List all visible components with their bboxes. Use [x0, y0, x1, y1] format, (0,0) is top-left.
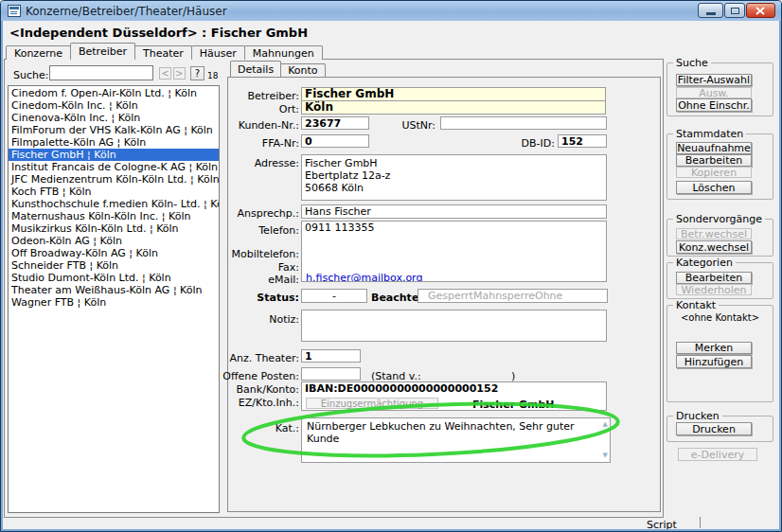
- kontakt-status-text: <ohne Kontakt>: [666, 312, 773, 323]
- ffanr-label: FFA-Nr:: [262, 137, 299, 150]
- dbid-label: DB-ID:: [522, 137, 555, 150]
- beachten-ohne-mwst[interactable]: Ohne MwSt.: [535, 290, 597, 302]
- list-item[interactable]: Maternushaus Köln-Köln Inc. ¦ Köln: [9, 210, 219, 222]
- beachten-field: Gesperrt Mahnsperre Ohne MwSt.: [418, 289, 608, 303]
- ansprechpartner-label: Ansprechp.:: [238, 207, 299, 220]
- ansprechpartner-field[interactable]: Hans Fischer: [301, 204, 607, 219]
- group-suche-title: Suche: [673, 57, 711, 69]
- footer-divider: [700, 517, 701, 528]
- list-item[interactable]: Cinenova-Köln Inc. ¦ Köln: [9, 112, 219, 124]
- maximize-button[interactable]: [724, 3, 745, 18]
- list-item[interactable]: Off Broadway-Köln AG ¦ Köln: [9, 247, 219, 259]
- offene-posten-field[interactable]: [301, 367, 361, 381]
- adresse-label: Adresse:: [255, 157, 299, 169]
- search-help-button[interactable]: ?: [190, 66, 204, 80]
- kat-value: Nürnberger Lebkuchen zu Weihnachten, Seh…: [307, 420, 575, 445]
- kat-field[interactable]: Nürnberger Lebkuchen zu Weihnachten, Seh…: [301, 417, 611, 463]
- list-item-selected[interactable]: Fischer GmbH ¦ Köln: [9, 149, 219, 161]
- list-item[interactable]: Studio Dumont-Köln Ltd. ¦ Köln: [9, 272, 219, 284]
- beachten-mahnsperre[interactable]: Mahnsperre: [473, 290, 535, 302]
- list-item[interactable]: Musikzirkus Köln-Köln Ltd. ¦ Köln: [9, 222, 219, 235]
- kategorien-bearbeiten-button[interactable]: Bearbeiten: [676, 272, 752, 284]
- filter-auswahl-button[interactable]: Filter-Auswahl: [676, 74, 752, 86]
- ustnr-field[interactable]: [440, 116, 607, 130]
- notiz-label: Notiz:: [269, 313, 299, 326]
- email-link[interactable]: h.fischer@mailbox.org: [306, 272, 422, 282]
- e-delivery-button: e-Delivery: [678, 448, 757, 461]
- page-title: <Independent Düsseldorf> : Fischer GmbH: [9, 26, 308, 40]
- adresse-field[interactable]: Fischer GmbH Ebertplatz 12a-z 50668 Köln: [301, 154, 607, 201]
- list-item[interactable]: Cinedom-Köln Inc. ¦ Köln: [9, 99, 219, 112]
- list-item[interactable]: Filmpalette-Köln AG ¦ Köln: [9, 136, 219, 149]
- anz-theater-label: Anz. Theater:: [229, 352, 299, 364]
- merken-button[interactable]: Merken: [676, 342, 752, 354]
- status-field[interactable]: -: [301, 289, 367, 303]
- betreiber-list: Cinedom f. Open-Air-Köln Ltd. ¦ Köln Cin…: [8, 85, 220, 513]
- einzugsermaechtigung-button[interactable]: Einzugsermächtigung: [306, 398, 438, 409]
- status-label: Status:: [257, 292, 299, 304]
- neuaufnahme-button[interactable]: Neuaufnahme: [676, 142, 752, 154]
- konzernwechsel-button[interactable]: Konz.wechsel: [676, 240, 752, 254]
- anz-theater-field[interactable]: 1: [301, 349, 361, 363]
- group-sondervorgaenge-title: Sondervorgänge: [673, 213, 765, 225]
- bank-konto-label: Bank/Konto:: [237, 383, 299, 396]
- tab-konto[interactable]: Konto: [280, 63, 325, 77]
- drucken-button[interactable]: Drucken: [676, 422, 752, 435]
- tab-haeuser[interactable]: Häuser: [191, 45, 245, 60]
- chevron-down-icon[interactable]: ▼: [603, 452, 608, 459]
- list-item[interactable]: FilmForum der VHS Kalk-Köln AG ¦ Köln: [9, 124, 219, 136]
- auswahl-aufheben-button: Ausw. aufheben: [676, 87, 752, 98]
- ort-label: Ort:: [279, 103, 299, 115]
- wiederholen-button: Wiederholen: [676, 284, 752, 295]
- application-window: Konzerne/Betreiber/Theater/Häuser <Indep…: [0, 0, 782, 532]
- telefon-field[interactable]: 0911 113355 h.fischer@mailbox.org: [301, 221, 607, 282]
- tab-mahnungen[interactable]: Mahnungen: [244, 45, 323, 60]
- list-item[interactable]: Kunsthochschule f.medien Köln- Ltd. ¦ Kö…: [9, 198, 219, 210]
- ort-field[interactable]: Köln: [301, 100, 606, 115]
- loeschen-button[interactable]: Löschen: [676, 181, 752, 194]
- list-item[interactable]: JFC Medienzentrum Köln-Köln Ltd. ¦ Köln: [9, 173, 219, 186]
- betreiber-label: Betreiber:: [247, 90, 299, 102]
- minimize-button[interactable]: [698, 3, 723, 18]
- group-kategorien-title: Kategorien: [673, 257, 736, 269]
- list-item[interactable]: Cinedom f. Open-Air-Köln Ltd. ¦ Köln: [9, 87, 219, 99]
- search-input[interactable]: [49, 65, 153, 80]
- search-prev-button[interactable]: <: [159, 67, 171, 80]
- bearbeiten-button[interactable]: Bearbeiten: [676, 154, 752, 167]
- hinzufuegen-button[interactable]: Hinzufügen: [676, 355, 752, 368]
- close-button[interactable]: [746, 3, 775, 18]
- tab-theater[interactable]: Theater: [134, 45, 192, 60]
- kundennr-field[interactable]: 23677: [301, 116, 369, 130]
- list-item[interactable]: Schneider FTB ¦ Köln: [9, 259, 219, 272]
- window-title: Konzerne/Betreiber/Theater/Häuser: [26, 5, 227, 18]
- tab-konzerne[interactable]: Konzerne: [6, 45, 71, 60]
- dbid-field[interactable]: 152: [558, 134, 607, 148]
- fax-label: Fax:: [278, 261, 299, 274]
- kundennr-label: Kunden-Nr.:: [239, 119, 299, 132]
- telefon-value: 0911 113355: [305, 222, 374, 234]
- list-item[interactable]: Theater am Weißhaus-Köln AG ¦ Köln: [9, 284, 219, 296]
- iban-value: IBAN:DE00000000000000000152: [305, 382, 498, 395]
- list-item[interactable]: Institut Francais de Cologne-K AG ¦ Köln: [9, 161, 219, 173]
- beachten-gesperrt[interactable]: Gesperrt: [428, 290, 473, 302]
- betreiber-field[interactable]: Fischer GmbH: [301, 87, 606, 101]
- script-tab[interactable]: Script: [647, 519, 677, 531]
- group-drucken-title: Drucken: [673, 410, 722, 422]
- list-item[interactable]: Odeon-Köln AG ¦ Köln: [9, 235, 219, 247]
- search-next-button[interactable]: >: [173, 67, 186, 80]
- chevron-up-icon[interactable]: ▲: [603, 421, 608, 428]
- tab-betreiber[interactable]: Betreiber: [70, 43, 135, 60]
- offene-posten-label: Offene Posten:: [222, 370, 299, 382]
- bank-konto-field[interactable]: IBAN:DE00000000000000000152 Einzugsermäc…: [301, 381, 607, 411]
- notiz-field[interactable]: [301, 310, 607, 342]
- ustnr-label: UStNr:: [401, 119, 435, 132]
- result-count: 18: [207, 71, 218, 80]
- close-icon: [755, 7, 766, 16]
- kopieren-button: Kopieren: [676, 167, 752, 178]
- ffanr-field[interactable]: 0: [301, 134, 369, 148]
- list-item[interactable]: Koch FTB ¦ Köln: [9, 186, 219, 198]
- list-item[interactable]: Wagner FTB ¦ Köln: [9, 296, 219, 309]
- ohne-einschraenkung-button[interactable]: Ohne Einschr.: [676, 98, 752, 112]
- main-tab-bar: Konzerne Betreiber Theater Häuser Mahnun…: [6, 43, 322, 60]
- tab-details[interactable]: Details: [230, 61, 281, 77]
